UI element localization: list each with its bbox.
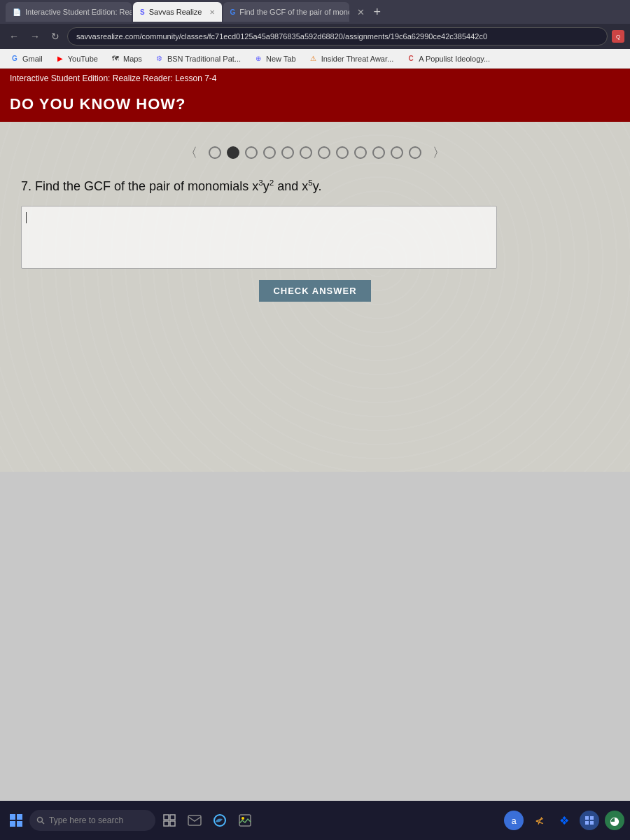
- nav-dot-9[interactable]: [354, 146, 367, 159]
- tray-icon-help[interactable]: ◕: [605, 811, 624, 830]
- bookmark-gmail[interactable]: G Gmail: [6, 52, 47, 65]
- bookmark-gmail-label: Gmail: [22, 55, 43, 63]
- bookmark-newtab[interactable]: ⊕ New Tab: [249, 52, 300, 65]
- tray-area: a ≮ ❖ ◕: [504, 811, 624, 830]
- refresh-button[interactable]: ↻: [48, 29, 63, 43]
- address-input[interactable]: [67, 27, 608, 46]
- tab2-favicon: S: [140, 8, 145, 16]
- taskbar: Type here to search a ≮: [0, 801, 630, 840]
- main-area: 〈 〉 7. Find the GCF of the pair of monom…: [0, 122, 630, 472]
- svg-rect-10: [585, 816, 589, 820]
- breadcrumb-text: Interactive Student Edition: Realize Rea…: [10, 74, 217, 83]
- question-number: 7.: [21, 179, 35, 193]
- windows-logo: [10, 814, 22, 827]
- tab2-label: Savvas Realize: [149, 8, 202, 16]
- bookmark-youtube[interactable]: ▶ YouTube: [51, 52, 102, 65]
- question-and: and: [274, 179, 302, 193]
- new-tab-button[interactable]: +: [370, 5, 386, 20]
- task-view-icon: [163, 814, 176, 827]
- question-prompt: Find the GCF of the pair of monomials: [35, 179, 252, 193]
- svg-line-1: [42, 822, 45, 825]
- bookmark-populist[interactable]: C A Populist Ideology...: [402, 52, 494, 65]
- svg-point-9: [241, 817, 244, 820]
- edge-icon: [213, 813, 227, 827]
- tab3-favicon: G: [230, 8, 236, 16]
- nav-next-arrow[interactable]: 〉: [427, 143, 451, 162]
- taskbar-search[interactable]: Type here to search: [29, 810, 155, 831]
- extension-icon[interactable]: Q: [612, 30, 624, 43]
- mail-taskbar-icon[interactable]: [183, 809, 206, 832]
- populist-icon: C: [406, 54, 416, 64]
- svg-rect-11: [590, 816, 594, 820]
- nav-dot-3[interactable]: [245, 146, 258, 159]
- bookmark-maps-label: Maps: [123, 55, 142, 63]
- search-icon: [36, 816, 45, 825]
- task-view-button[interactable]: [158, 809, 181, 832]
- tab-savvas[interactable]: S Savvas Realize ✕: [133, 2, 222, 22]
- newtab-icon: ⊕: [253, 54, 263, 64]
- svg-point-0: [38, 818, 43, 822]
- photos-icon: [238, 813, 252, 827]
- monomial2: x5y: [302, 179, 318, 193]
- nav-dot-5[interactable]: [281, 146, 294, 159]
- nav-dot-10[interactable]: [372, 146, 385, 159]
- bookmark-insider-label: Insider Threat Awar...: [321, 55, 394, 63]
- win-cell-2: [17, 814, 22, 820]
- svg-rect-6: [188, 816, 201, 825]
- bookmark-youtube-label: YouTube: [68, 55, 98, 63]
- forward-button[interactable]: →: [27, 29, 43, 43]
- edge-taskbar-icon[interactable]: [209, 809, 231, 832]
- tray-icon-arrow[interactable]: ≮: [529, 811, 549, 830]
- insider-icon: ⚠: [309, 54, 318, 64]
- nav-dot-8[interactable]: [336, 146, 349, 159]
- nav-dots: 〈 〉: [21, 143, 609, 162]
- monomial1: x3y2: [252, 179, 274, 193]
- tray-icon-dropbox[interactable]: ❖: [554, 811, 574, 830]
- maps-icon: 🗺: [111, 54, 120, 64]
- question-period: .: [318, 179, 321, 193]
- back-button[interactable]: ←: [6, 29, 22, 43]
- photos-taskbar-icon[interactable]: [234, 809, 256, 832]
- bookmark-insider[interactable]: ⚠ Insider Threat Awar...: [304, 52, 398, 65]
- bookmarks-bar: G Gmail ▶ YouTube 🗺 Maps ⚙ BSN Tradition…: [0, 49, 630, 69]
- nav-dot-1[interactable]: [209, 146, 221, 159]
- gmail-icon: G: [10, 54, 20, 64]
- nav-dot-6[interactable]: [300, 146, 312, 159]
- store-icon: [584, 815, 595, 826]
- win-cell-3: [10, 821, 15, 827]
- tray-icon-store[interactable]: [580, 811, 599, 830]
- tab-gcf[interactable]: G Find the GCF of the pair of mono... ✕: [223, 2, 349, 22]
- tray-icon-a[interactable]: a: [504, 811, 524, 830]
- breadcrumb: Interactive Student Edition: Realize Rea…: [0, 69, 630, 88]
- svg-rect-13: [590, 821, 594, 825]
- text-cursor: [26, 212, 27, 223]
- page-title: DO YOU KNOW HOW?: [0, 88, 630, 122]
- tab2-close[interactable]: ✕: [209, 8, 215, 16]
- nav-dot-2[interactable]: [227, 146, 239, 159]
- start-button[interactable]: [6, 810, 27, 831]
- answer-input-box[interactable]: [21, 206, 497, 269]
- address-bar: ← → ↻ Q: [0, 24, 630, 49]
- nav-dot-4[interactable]: [263, 146, 276, 159]
- close-tab-button[interactable]: ✕: [354, 6, 368, 19]
- bookmark-maps[interactable]: 🗺 Maps: [106, 52, 146, 65]
- tab1-favicon: 📄: [13, 8, 21, 16]
- nav-dot-11[interactable]: [391, 146, 403, 159]
- svg-rect-2: [164, 815, 169, 820]
- nav-prev-arrow[interactable]: 〈: [179, 143, 203, 162]
- tab1-label: Interactive Student Edition: Reali...: [25, 8, 132, 16]
- win-cell-4: [17, 821, 22, 827]
- page-content: Interactive Student Edition: Realize Rea…: [0, 69, 630, 801]
- svg-rect-3: [170, 815, 175, 820]
- win-cell-1: [10, 814, 15, 820]
- bookmark-bsn-label: BSN Traditional Pat...: [167, 55, 241, 63]
- taskbar-search-placeholder: Type here to search: [49, 816, 123, 825]
- tab-interactive-student[interactable]: 📄 Interactive Student Edition: Reali... …: [6, 2, 132, 22]
- nav-dot-7[interactable]: [318, 146, 330, 159]
- bookmark-bsn[interactable]: ⚙ BSN Traditional Pat...: [150, 52, 245, 65]
- check-answer-button[interactable]: CHECK ANSWER: [259, 280, 370, 302]
- nav-dot-12[interactable]: [409, 146, 421, 159]
- question-text: 7. Find the GCF of the pair of monomials…: [21, 176, 609, 196]
- tab-bar: 📄 Interactive Student Edition: Reali... …: [0, 0, 630, 24]
- svg-rect-12: [585, 821, 589, 825]
